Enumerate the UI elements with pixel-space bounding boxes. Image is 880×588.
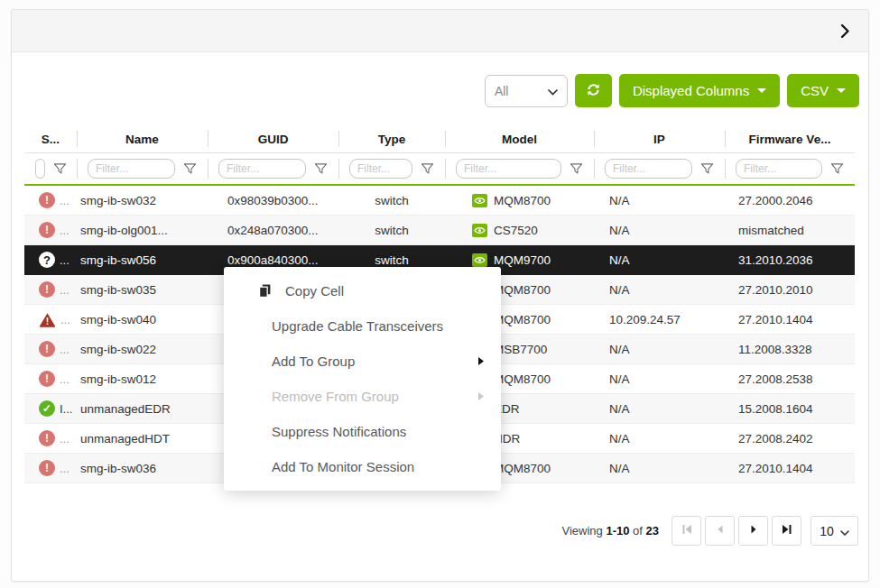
error-status-icon: !: [39, 341, 55, 357]
table-row-smg-ib-sw032[interactable]: !...smg-ib-sw0320x98039b0300...switchMQM…: [24, 186, 855, 216]
filter-cell-model: [445, 153, 594, 184]
menu-item-label: Copy Cell: [285, 283, 344, 299]
column-header-type[interactable]: Type: [338, 125, 445, 152]
table-filter-row: [24, 152, 855, 186]
viewing-range: 1-10: [606, 524, 629, 537]
column-header-name[interactable]: Name: [77, 125, 208, 152]
menu-item-label: Suppress Notifications: [272, 424, 406, 439]
severity-cell: !...: [24, 424, 77, 453]
column-header-guid[interactable]: GUID: [208, 125, 338, 152]
unknown-status-icon: ?: [39, 252, 55, 268]
filter-funnel-icon[interactable]: [314, 162, 328, 175]
firmware-cell: 27.2010.1404: [725, 305, 855, 334]
firmware-cell: 15.2008.1604: [725, 394, 855, 423]
name-cell: smg-ib-sw012: [77, 364, 208, 393]
type-cell: switch: [338, 186, 445, 215]
ip-cell: N/A: [594, 216, 725, 244]
severity-text: ...: [60, 432, 69, 446]
filter-input-name[interactable]: [88, 159, 175, 179]
ip-cell: N/A: [594, 245, 725, 274]
filter-input-type[interactable]: [349, 159, 412, 179]
filter-funnel-icon[interactable]: [53, 162, 67, 175]
filter-funnel-icon[interactable]: [421, 162, 434, 175]
filter-cell-name: [77, 153, 208, 184]
model-text: MQM8700: [494, 194, 551, 207]
filter-input-s[interactable]: [35, 159, 45, 179]
scope-filter-select[interactable]: All: [485, 75, 568, 107]
menu-item-suppress-notifications[interactable]: Suppress Notifications: [224, 414, 501, 449]
collapse-panel-icon[interactable]: [840, 23, 850, 39]
severity-cell: !...: [24, 186, 77, 215]
column-header-ip[interactable]: IP: [594, 125, 725, 152]
ip-cell: N/A: [594, 364, 725, 393]
menu-item-add-to-monitor-session[interactable]: Add To Monitor Session: [224, 449, 501, 484]
filter-input-firmware-ve[interactable]: [736, 159, 822, 179]
filter-input-ip[interactable]: [605, 159, 692, 179]
filter-funnel-icon[interactable]: [700, 162, 714, 175]
column-header-model[interactable]: Model: [445, 125, 594, 152]
error-status-icon: !: [39, 192, 55, 208]
model-cell: MQM8700: [445, 186, 594, 215]
filter-cell-guid: [208, 153, 338, 184]
name-cell: smg-ib-sw035: [77, 275, 208, 304]
menu-item-remove-from-group: Remove From Group: [224, 379, 501, 414]
csv-button[interactable]: CSV: [787, 74, 859, 107]
menu-item-copy-cell[interactable]: Copy Cell: [224, 273, 501, 308]
menu-item-add-to-group[interactable]: Add To Group: [224, 344, 501, 379]
filter-input-model[interactable]: [456, 159, 561, 179]
menu-item-label: Add To Group: [272, 354, 355, 369]
severity-text: ...: [60, 372, 69, 386]
ip-cell: N/A: [594, 335, 725, 363]
refresh-button[interactable]: [575, 74, 612, 107]
warning-status-icon: !: [39, 312, 56, 327]
submenu-arrow-icon: [477, 391, 485, 401]
filter-funnel-icon[interactable]: [830, 162, 844, 175]
csv-label: CSV: [801, 83, 829, 98]
severity-cell: ?...: [24, 245, 77, 274]
severity-text: ...: [60, 224, 69, 237]
svg-text:!: !: [46, 316, 49, 326]
name-cell: smg-ib-sw032: [77, 186, 208, 215]
name-cell: smg-ib-sw040: [77, 305, 208, 334]
displayed-columns-button[interactable]: Displayed Columns: [619, 74, 780, 107]
menu-item-label: Remove From Group: [272, 389, 399, 404]
column-header-firmware-ve[interactable]: Firmware Ve...: [725, 125, 855, 152]
filter-funnel-icon[interactable]: [570, 162, 583, 175]
filter-input-guid[interactable]: [218, 159, 306, 179]
caret-down-icon: [837, 88, 846, 93]
ip-cell: 10.209.24.57: [594, 305, 725, 334]
severity-cell: !...: [24, 216, 77, 244]
context-menu: Copy CellUpgrade Cable TransceiversAdd T…: [224, 267, 501, 491]
pagination-bar: Viewing 1-10 of 23: [12, 516, 858, 546]
severity-text: ...: [60, 194, 69, 207]
error-status-icon: !: [39, 460, 55, 476]
previous-page-button[interactable]: [705, 516, 735, 546]
firmware-cell: 27.2008.2402: [725, 424, 855, 453]
name-cell: smg-ib-sw036: [77, 454, 208, 482]
refresh-icon: [586, 82, 601, 100]
first-page-button[interactable]: [672, 516, 701, 546]
name-cell: unmanagedHDT: [77, 424, 208, 453]
model-text: MQM8700: [494, 462, 551, 475]
next-page-button[interactable]: [738, 516, 768, 546]
firmware-cell: 27.2008.2538: [725, 364, 855, 393]
name-cell: smg-ib-olg001...: [77, 216, 208, 244]
last-page-button[interactable]: [772, 516, 801, 546]
severity-text: ...: [60, 253, 69, 267]
page-size-select[interactable]: 10: [811, 516, 858, 546]
last-page-icon: [781, 523, 793, 539]
menu-item-upgrade-cable-transceivers[interactable]: Upgrade Cable Transceivers: [224, 308, 501, 344]
model-cell: CS7520: [445, 216, 594, 244]
severity-cell: !...: [24, 454, 77, 482]
guid-cell: 0x248a070300...: [208, 216, 338, 244]
firmware-cell: 31.2010.2036: [725, 245, 855, 274]
column-header-s[interactable]: S...: [24, 125, 77, 152]
severity-text: ...: [60, 283, 69, 297]
screen: All Displayed Columns: [0, 0, 880, 588]
filter-funnel-icon[interactable]: [183, 162, 197, 175]
table-row-smg-ib-olg001...[interactable]: !...smg-ib-olg001...0x248a070300...switc…: [24, 216, 855, 245]
next-page-icon: [747, 523, 760, 539]
ip-cell: N/A: [594, 186, 725, 215]
name-cell: smg-ib-sw056: [77, 245, 208, 274]
chevron-down-icon: [840, 524, 849, 538]
